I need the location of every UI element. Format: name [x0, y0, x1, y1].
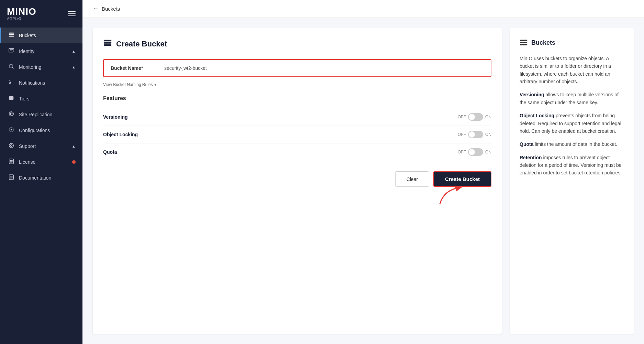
svg-rect-0 [9, 33, 14, 34]
svg-point-6 [9, 64, 13, 68]
menu-toggle[interactable] [68, 11, 76, 16]
info-versioning-label: Versioning [520, 92, 544, 97]
object-locking-toggle-group: OFF ON [458, 131, 491, 138]
svg-rect-5 [10, 51, 12, 51]
feature-quota-label: Quota [103, 149, 458, 155]
sidebar: MINIO AGPLv3 Buckets Identity ▲ Monitori… [0, 0, 82, 344]
quota-toggle-group: OFF ON [458, 148, 491, 156]
svg-rect-25 [104, 44, 111, 46]
logo-sub: AGPLv3 [7, 17, 36, 21]
info-quota: Quota limits the amount of data in the b… [520, 140, 624, 148]
quota-off-label: OFF [458, 150, 466, 154]
svg-point-13 [9, 143, 14, 148]
svg-point-12 [11, 129, 12, 131]
info-quota-desc: limits the amount of data in the bucket. [535, 141, 617, 147]
back-label: Buckets [102, 6, 120, 12]
feature-quota: Quota OFF ON [103, 143, 491, 161]
bucket-name-label: Bucket Name* [111, 65, 159, 71]
create-bucket-button[interactable]: Create Bucket [433, 171, 491, 187]
license-icon [8, 158, 15, 166]
annotation-arrow [436, 185, 464, 206]
create-bucket-form: Create Bucket Bucket Name* View Bucket N… [93, 28, 502, 334]
license-dot [72, 160, 76, 164]
documentation-icon [8, 174, 15, 182]
sidebar-item-support[interactable]: Support ▲ [0, 138, 82, 154]
logo-text: MINIO AGPLv3 [7, 7, 36, 21]
info-panel-title: Buckets [520, 38, 624, 48]
object-locking-toggle[interactable] [468, 131, 483, 138]
info-object-locking-label: Object Locking [520, 113, 554, 118]
form-buttons: Clear Create Bucket [103, 171, 491, 187]
sidebar-item-configurations[interactable]: Configurations [0, 122, 82, 138]
sidebar-item-buckets[interactable]: Buckets [0, 28, 82, 43]
svg-rect-27 [520, 40, 528, 41]
quota-toggle[interactable] [468, 148, 483, 156]
sidebar-item-site-replication-label: Site Replication [19, 112, 52, 117]
svg-rect-24 [104, 42, 111, 44]
feature-versioning: Versioning OFF ON [103, 108, 491, 126]
feature-object-locking-label: Object Locking [103, 132, 458, 137]
versioning-toggle[interactable] [468, 113, 483, 121]
sidebar-item-tiers-label: Tiers [19, 96, 30, 101]
bucket-name-input[interactable] [164, 65, 484, 71]
info-versioning: Versioning allows to keep multiple versi… [520, 91, 624, 106]
bucket-name-field-group: Bucket Name* [103, 59, 491, 77]
chevron-down-icon: ▾ [154, 82, 156, 87]
object-locking-off-label: OFF [458, 132, 466, 137]
site-replication-icon [8, 111, 15, 118]
clear-button[interactable]: Clear [395, 171, 429, 187]
feature-object-locking: Object Locking OFF ON [103, 126, 491, 143]
buckets-icon [8, 32, 15, 39]
svg-point-14 [10, 144, 12, 146]
support-icon [8, 142, 15, 150]
logo-minio: MINIO [7, 7, 36, 17]
sidebar-item-support-label: Support [19, 143, 36, 149]
quota-on-label: ON [485, 150, 491, 154]
sidebar-nav: Buckets Identity ▲ Monitoring ▲ λ Notifi… [0, 24, 82, 344]
sidebar-item-configurations-label: Configurations [19, 128, 50, 133]
svg-rect-29 [520, 44, 528, 45]
form-title-icon [103, 39, 112, 50]
tiers-icon [8, 95, 15, 103]
form-title-text: Create Bucket [116, 40, 167, 49]
sidebar-item-notifications[interactable]: λ Notifications [0, 75, 82, 91]
sidebar-item-identity[interactable]: Identity ▲ [0, 43, 82, 59]
monitoring-arrow: ▲ [72, 65, 76, 69]
naming-rules-link[interactable]: View Bucket Naming Rules ▾ [103, 82, 156, 87]
svg-rect-4 [10, 49, 13, 50]
identity-arrow: ▲ [72, 49, 76, 53]
sidebar-item-site-replication[interactable]: Site Replication [0, 107, 82, 122]
back-arrow-icon: ← [93, 5, 99, 12]
svg-text:λ: λ [9, 80, 11, 85]
svg-rect-2 [9, 36, 14, 37]
svg-rect-28 [520, 42, 528, 43]
sidebar-item-documentation[interactable]: Documentation [0, 170, 82, 186]
feature-versioning-label: Versioning [103, 114, 458, 120]
topbar: ← Buckets [82, 0, 644, 18]
sidebar-item-license-label: License [19, 159, 35, 165]
main-area: ← Buckets Create Bucket Bucket Name* [82, 0, 644, 344]
sidebar-item-monitoring[interactable]: Monitoring ▲ [0, 59, 82, 75]
sidebar-item-buckets-label: Buckets [19, 33, 36, 38]
back-button[interactable]: ← Buckets [93, 5, 120, 12]
sidebar-item-documentation-label: Documentation [19, 175, 51, 181]
info-title: Buckets [531, 38, 555, 48]
sidebar-item-monitoring-label: Monitoring [19, 64, 41, 70]
notifications-icon: λ [8, 79, 15, 87]
info-quota-label: Quota [520, 141, 533, 147]
versioning-toggle-group: OFF ON [458, 113, 491, 121]
info-description: MinIO uses buckets to organize objects. … [520, 55, 624, 86]
info-retention: Retention imposes rules to prevent objec… [520, 154, 624, 177]
sidebar-item-license[interactable]: License [0, 154, 82, 170]
form-title: Create Bucket [103, 39, 491, 50]
info-panel-icon [520, 39, 528, 47]
object-locking-on-label: ON [485, 132, 491, 137]
versioning-off-label: OFF [458, 115, 466, 119]
sidebar-item-tiers[interactable]: Tiers [0, 91, 82, 107]
svg-rect-3 [9, 49, 14, 52]
features-title: Features [103, 95, 491, 101]
support-arrow: ▲ [72, 144, 76, 148]
versioning-on-label: ON [485, 115, 491, 119]
sidebar-item-identity-label: Identity [19, 49, 34, 54]
sidebar-item-notifications-label: Notifications [19, 80, 45, 86]
